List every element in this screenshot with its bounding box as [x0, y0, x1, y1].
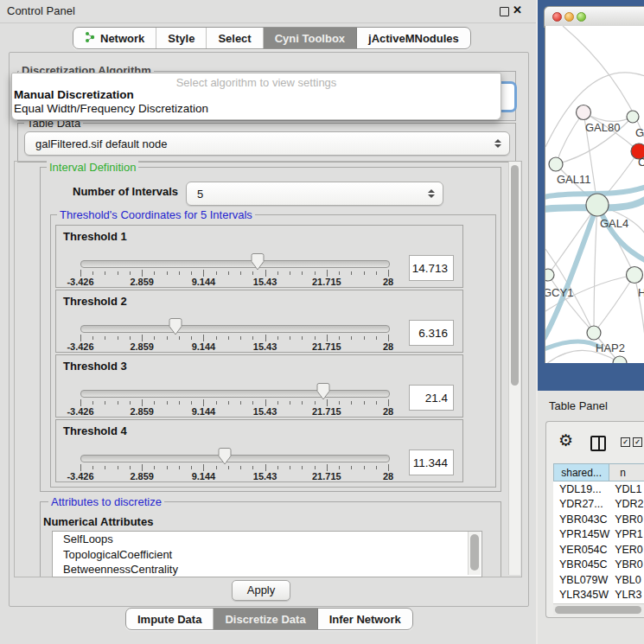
tab-style[interactable]: Style: [156, 28, 207, 48]
tick-mark: [118, 271, 118, 275]
scrollbar-thumb[interactable]: [555, 606, 641, 614]
columns-icon[interactable]: [590, 436, 606, 451]
algorithm-option-manual-discretization[interactable]: Manual Discretization: [14, 88, 134, 101]
table-horizontal-scrollbar[interactable]: [553, 603, 644, 615]
table-data-select[interactable]: galFiltered.sif default node: [24, 131, 510, 156]
table-cell: YBR0: [612, 513, 644, 526]
network-window-titlebar[interactable]: [544, 6, 644, 28]
table-header-col-2[interactable]: n: [609, 463, 644, 481]
tab-infer-network[interactable]: Infer Network: [318, 609, 412, 629]
tab-impute-data[interactable]: Impute Data: [126, 609, 214, 629]
apply-button[interactable]: Apply: [232, 580, 290, 601]
threshold-slider-3[interactable]: -3.4262.8599.14415.4321.71528: [56, 355, 462, 417]
slider-thumb[interactable]: [218, 447, 232, 465]
table-row[interactable]: YER054CYER0: [553, 542, 644, 558]
float-panel-icon[interactable]: [500, 7, 509, 16]
network-node-node-right-h[interactable]: [627, 267, 643, 284]
network-view-canvas[interactable]: GAL80GACGAL11GAL4GCY1HHAP2: [545, 26, 644, 363]
scrollbar-thumb[interactable]: [511, 165, 519, 386]
node-label-hap2: HAP2: [596, 341, 625, 354]
node-label-ga: GA: [635, 126, 644, 139]
tab-network[interactable]: Network: [73, 28, 156, 48]
table-cell: YDL1: [612, 483, 644, 495]
tick-mark: [105, 271, 105, 275]
algorithm-hint-option[interactable]: Select algorithm to view settings: [12, 76, 501, 89]
tick-mark: [228, 401, 229, 405]
tab-select[interactable]: Select: [207, 28, 263, 48]
slider-track[interactable]: [80, 260, 390, 268]
table-row[interactable]: YDR27...YDR2: [553, 497, 644, 513]
slider-thumb[interactable]: [316, 382, 330, 400]
table-row[interactable]: YBR045CYBR0: [553, 558, 644, 573]
scrollbar-thumb[interactable]: [470, 534, 479, 571]
threshold-slider-1[interactable]: -3.4262.8599.14415.4321.71528: [56, 226, 462, 287]
table-panel: Table Panel ⚙ ✓ ✓ shared...n YDL19...YDL…: [536, 391, 644, 644]
interval-definition-group-label: Interval Definition: [47, 161, 138, 174]
threshold-value-field[interactable]: [409, 385, 454, 411]
numerical-attributes-list[interactable]: SelfLoopsTopologicalCoefficientBetweenne…: [52, 531, 482, 577]
close-window-icon[interactable]: [552, 12, 562, 22]
gear-icon[interactable]: ⚙: [558, 432, 573, 449]
network-node-gal4[interactable]: [586, 194, 609, 216]
close-panel-icon[interactable]: ✕: [513, 3, 522, 16]
table-row[interactable]: YLR345WYLR3: [553, 588, 644, 603]
tick-mark: [376, 466, 377, 469]
slider-track[interactable]: [80, 325, 390, 333]
zoom-window-icon[interactable]: [577, 12, 586, 22]
threshold-value-field[interactable]: [409, 255, 454, 281]
network-edge[interactable]: [594, 205, 597, 333]
tick-label: 15.43: [253, 406, 277, 417]
tab-label: Discretize Data: [225, 613, 305, 626]
tick-label: 9.144: [192, 471, 216, 481]
tick-mark: [376, 336, 377, 340]
algorithm-option-equal-width-frequency-discretization[interactable]: Equal Width/Frequency Discretization: [14, 102, 208, 115]
attributes-list-scrollbar[interactable]: [468, 532, 481, 575]
minimize-window-icon[interactable]: [564, 12, 574, 22]
tick-mark: [92, 466, 93, 469]
tab-jactivemnodules[interactable]: jActiveMNodules: [357, 28, 470, 48]
unselect-all-icon[interactable]: ✓: [633, 437, 642, 447]
table-row[interactable]: YBL079WYBL0: [553, 572, 644, 588]
select-all-icon[interactable]: ✓: [621, 437, 630, 447]
tick-mark: [388, 270, 389, 277]
list-item-topologicalcoefficient[interactable]: TopologicalCoefficient: [53, 547, 481, 563]
table-header-row: shared...n: [553, 463, 644, 481]
network-edge[interactable]: [634, 275, 644, 337]
table-cell: YBL0: [612, 574, 644, 586]
tick-mark: [80, 464, 81, 471]
threshold-panel-4: Threshold 4-3.4262.8599.14415.4321.71528: [55, 419, 463, 482]
threshold-value-field[interactable]: [409, 450, 454, 475]
tick-mark: [216, 466, 217, 469]
tab-discretize-data[interactable]: Discretize Data: [214, 609, 317, 629]
list-item-betweennesscentrality[interactable]: BetweennessCentrality: [53, 562, 481, 577]
slider-thumb[interactable]: [169, 317, 182, 335]
table-row[interactable]: YPR145WYPR1: [553, 527, 644, 543]
network-edge[interactable]: [545, 73, 644, 147]
threshold-slider-4[interactable]: -3.4262.8599.14415.4321.71528: [56, 420, 462, 481]
settings-vertical-scrollbar[interactable]: [508, 162, 520, 575]
tick-mark: [142, 464, 143, 471]
table-row[interactable]: YDL19...YDL1: [553, 481, 644, 497]
slider-track[interactable]: [80, 390, 390, 398]
network-edge[interactable]: [594, 275, 634, 333]
network-node-node-top-right[interactable]: [627, 111, 639, 123]
network-node-gal80[interactable]: [577, 105, 591, 120]
number-of-intervals-select[interactable]: 5: [186, 182, 443, 206]
tick-mark: [364, 401, 365, 405]
slider-track[interactable]: [80, 455, 390, 462]
slider-thumb[interactable]: [251, 252, 265, 271]
tab-cyni-toolbox[interactable]: Cyni Toolbox: [264, 28, 357, 48]
table-header-col-1[interactable]: shared...: [553, 463, 609, 481]
tick-mark: [290, 336, 290, 340]
tick-mark: [228, 336, 229, 340]
network-edge-thick[interactable]: [545, 341, 601, 349]
cyni-mode-tabbar: Impute DataDiscretize DataInfer Network: [125, 608, 413, 630]
network-node-hap2[interactable]: [587, 326, 601, 340]
network-node-gcy1[interactable]: [545, 269, 554, 281]
threshold-value-field[interactable]: [409, 320, 454, 346]
table-row[interactable]: YBR043CYBR0: [553, 512, 644, 527]
threshold-slider-2[interactable]: -3.4262.8599.14415.4321.71528: [56, 290, 462, 352]
network-node-gal11[interactable]: [549, 157, 563, 171]
list-item-selfloops[interactable]: SelfLoops: [53, 532, 481, 547]
tick-mark: [80, 399, 81, 406]
